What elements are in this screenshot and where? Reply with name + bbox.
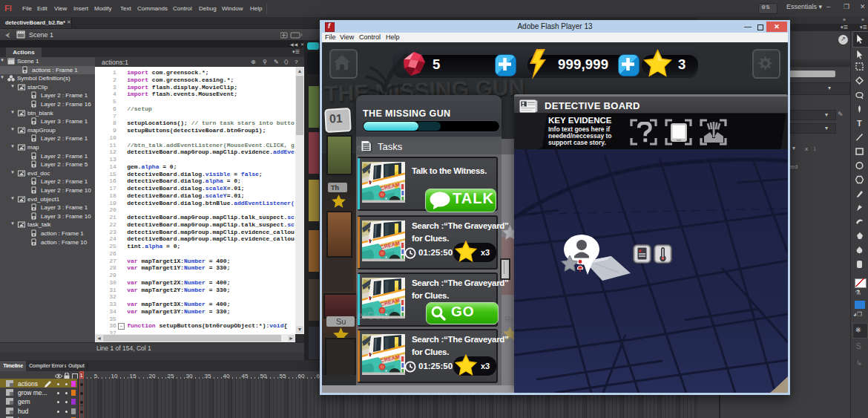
svg-text:T: T [857, 119, 862, 128]
